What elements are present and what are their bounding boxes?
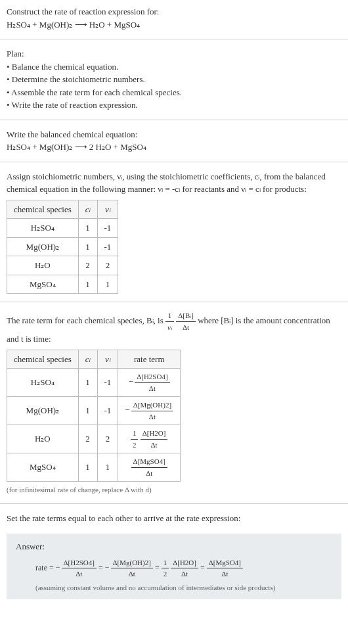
divider [0,302,348,302]
divider [0,503,348,504]
rate-term-cell: −Δ[Mg(OH)2]Δt [118,397,181,425]
final-intro: Set the rate terms equal to each other t… [7,512,341,525]
rate-term-cell: 12 Δ[H2O]Δt [118,425,181,453]
plan-section: Plan: Balance the chemical equation. Det… [0,42,348,117]
table-row: Mg(OH)₂1-1−Δ[Mg(OH)2]Δt [7,397,181,425]
answer-label: Answer: [16,540,332,553]
frac-num: 1 [165,310,174,322]
plan-item: Write the rate of reaction expression. [7,99,341,112]
c-cell: 1 [78,369,97,397]
frac-den: νᵢ [165,322,174,333]
answer-box: Answer: rate = −Δ[H2SO4]Δt = −Δ[Mg(OH)2]… [7,534,341,599]
v-cell: 2 [97,425,118,453]
plan-item: Determine the stoichiometric numbers. [7,73,341,86]
balanced-equation: H₂SO₄ + Mg(OH)₂ ⟶ 2 H₂O + MgSO₄ [7,141,341,154]
header-section: Construct the rate of reaction expressio… [0,0,348,36]
c-cell: 1 [78,237,97,256]
col-header: cᵢ [78,200,97,219]
table-row: H₂SO₄1-1−Δ[H2SO4]Δt [7,369,181,397]
rate-term-cell: Δ[MgSO4]Δt [118,453,181,482]
col-header: νᵢ [97,200,118,219]
c-cell: 1 [78,275,97,294]
species-cell: H₂SO₄ [7,369,79,397]
species-cell: MgSO₄ [7,453,79,482]
species-cell: MgSO₄ [7,275,79,294]
c-cell: 2 [78,425,97,453]
balanced-section: Write the balanced chemical equation: H₂… [0,123,348,159]
col-header: chemical species [7,200,79,219]
plan-item: Balance the chemical equation. [7,60,341,74]
table-row: Mg(OH)₂ 1 -1 [7,237,118,256]
final-section: Set the rate terms equal to each other t… [0,507,348,530]
rateterm-section: The rate term for each chemical species,… [0,305,348,501]
col-header: νᵢ [97,350,118,369]
col-header: chemical species [7,350,79,369]
table-header-row: chemical species cᵢ νᵢ rate term [7,350,181,369]
frac-den: Δt [176,322,196,333]
col-header: cᵢ [78,350,97,369]
species-cell: H₂SO₄ [7,219,79,238]
species-cell: H₂O [7,256,79,275]
c-cell: 1 [78,397,97,425]
rateterm-note: (for infinitesimal rate of change, repla… [7,484,341,495]
table-header-row: chemical species cᵢ νᵢ [7,200,118,219]
intro-pre: The rate term for each chemical species,… [7,315,165,325]
balanced-title: Write the balanced chemical equation: [7,128,341,141]
c-cell: 1 [78,219,97,238]
species-cell: Mg(OH)₂ [7,397,79,425]
c-cell: 1 [78,453,97,482]
v-cell: -1 [97,219,118,238]
table-row: H₂O2212 Δ[H2O]Δt [7,425,181,453]
v-cell: 1 [97,453,118,482]
v-cell: 1 [97,275,118,294]
rate-term-cell: −Δ[H2SO4]Δt [118,369,181,397]
stoich-table: chemical species cᵢ νᵢ H₂SO₄ 1 -1 Mg(OH)… [7,200,118,294]
plan-item: Assemble the rate term for each chemical… [7,86,341,99]
divider [0,120,348,120]
frac-num: Δ[Bᵢ] [176,310,196,322]
plan-title: Plan: [7,47,341,60]
rateterm-table: chemical species cᵢ νᵢ rate term H₂SO₄1-… [7,350,181,482]
prompt-text: Construct the rate of reaction expressio… [7,5,341,18]
divider [0,162,348,162]
c-cell: 2 [78,256,97,275]
table-row: H₂O 2 2 [7,256,118,275]
v-cell: -1 [97,237,118,256]
v-cell: -1 [97,397,118,425]
divider [0,39,348,39]
plan-list: Balance the chemical equation. Determine… [7,60,341,112]
stoich-section: Assign stoichiometric numbers, νᵢ, using… [0,165,348,300]
table-row: H₂SO₄ 1 -1 [7,219,118,238]
table-row: MgSO₄ 1 1 [7,275,118,294]
v-cell: 2 [97,256,118,275]
v-cell: -1 [97,369,118,397]
species-cell: H₂O [7,425,79,453]
unbalanced-equation: H₂SO₄ + Mg(OH)₂ ⟶ H₂O + MgSO₄ [7,18,341,32]
delta-frac: Δ[Bᵢ] Δt [176,310,196,333]
rateterm-intro: The rate term for each chemical species,… [7,310,341,346]
table-row: MgSO₄11Δ[MgSO4]Δt [7,453,181,482]
coeff-frac: 1 νᵢ [165,310,174,333]
species-cell: Mg(OH)₂ [7,237,79,256]
col-header: rate term [118,350,181,369]
rate-equation: rate = −Δ[H2SO4]Δt = −Δ[Mg(OH)2]Δt = 12 … [16,557,332,580]
stoich-intro: Assign stoichiometric numbers, νᵢ, using… [7,170,341,196]
final-note: (assuming constant volume and no accumul… [16,582,332,593]
